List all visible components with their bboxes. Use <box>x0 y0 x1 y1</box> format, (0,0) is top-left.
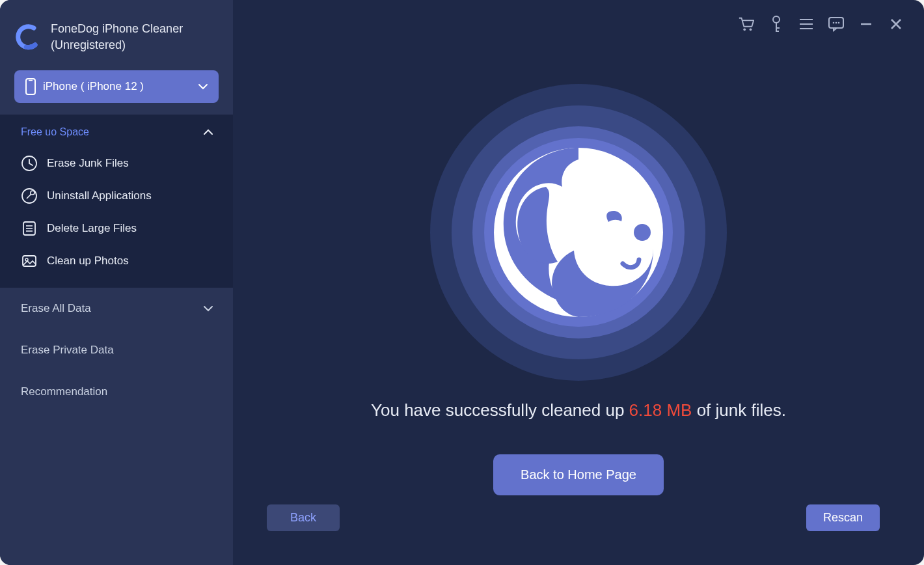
svg-point-22 <box>838 22 840 24</box>
section-free-up-space: Free uo Space Erase Junk Files <box>0 115 233 288</box>
app-title: FoneDog iPhone Cleaner (Unregistered) <box>51 21 183 53</box>
sidebar-item-label: Recommendation <box>21 385 213 398</box>
svg-point-31 <box>634 224 651 241</box>
content-center: You have successfully cleaned up 6.18 MB… <box>233 0 924 565</box>
sidebar-item-photos[interactable]: Clean up Photos <box>0 245 233 277</box>
menu-icon[interactable] <box>798 16 815 33</box>
success-suffix: of junk files. <box>692 400 786 420</box>
section-header-free-up-space[interactable]: Free uo Space <box>0 115 233 147</box>
sidebar-item-label: Erase Junk Files <box>47 157 129 170</box>
sidebar-item-large-files[interactable]: Delete Large Files <box>0 212 233 245</box>
sidebar-item-erase-all[interactable]: Erase All Data <box>0 288 233 329</box>
app-window: FoneDog iPhone Cleaner (Unregistered) iP… <box>0 0 924 565</box>
sidebar-item-erase-junk[interactable]: Erase Junk Files <box>0 147 233 180</box>
key-icon[interactable] <box>768 16 785 33</box>
phone-icon <box>25 78 36 95</box>
clock-icon <box>21 155 38 172</box>
chevron-up-icon <box>203 129 213 135</box>
device-label: iPhone ( iPhone 12 ) <box>43 80 191 93</box>
sidebar-item-label: Clean up Photos <box>47 255 129 268</box>
sidebar-item-label: Erase Private Data <box>21 344 213 357</box>
app-status: (Unregistered) <box>51 37 183 53</box>
device-selector[interactable]: iPhone ( iPhone 12 ) <box>14 70 219 103</box>
home-button[interactable]: Back to Home Page <box>493 454 664 495</box>
cart-icon[interactable] <box>738 16 755 33</box>
success-prefix: You have successfully cleaned up <box>371 400 629 420</box>
main-area: You have successfully cleaned up 6.18 MB… <box>233 0 924 565</box>
photo-icon <box>21 253 38 269</box>
wrench-icon <box>21 187 38 204</box>
section-title: Free uo Space <box>21 126 203 138</box>
svg-rect-8 <box>23 256 36 266</box>
dog-logo-icon <box>429 83 728 382</box>
titlebar <box>738 16 904 33</box>
app-logo-icon <box>16 24 42 50</box>
svg-rect-0 <box>26 79 35 94</box>
svg-point-10 <box>743 29 746 31</box>
back-button[interactable]: Back <box>267 504 340 531</box>
chevron-down-icon <box>198 83 208 90</box>
chevron-down-icon <box>203 305 213 312</box>
svg-point-20 <box>833 22 835 24</box>
sidebar-item-recommendation[interactable]: Recommendation <box>0 371 233 413</box>
app-name: FoneDog iPhone Cleaner <box>51 21 183 37</box>
footer-bar: Back Rescan <box>233 504 924 531</box>
sidebar-item-label: Uninstall Applications <box>47 189 152 202</box>
section-items: Erase Junk Files Uninstall Applications <box>0 147 233 288</box>
svg-point-21 <box>836 22 837 24</box>
svg-point-12 <box>773 16 780 23</box>
sidebar-header: FoneDog iPhone Cleaner (Unregistered) <box>0 13 233 66</box>
sidebar-item-uninstall[interactable]: Uninstall Applications <box>0 180 233 212</box>
rescan-button[interactable]: Rescan <box>806 504 880 531</box>
sidebar: FoneDog iPhone Cleaner (Unregistered) iP… <box>0 0 233 565</box>
feedback-icon[interactable] <box>828 16 845 33</box>
sidebar-item-erase-private[interactable]: Erase Private Data <box>0 329 233 371</box>
close-icon[interactable] <box>888 16 904 33</box>
minimize-icon[interactable] <box>858 16 875 33</box>
list-icon <box>21 220 38 237</box>
success-message: You have successfully cleaned up 6.18 MB… <box>371 400 786 420</box>
success-amount: 6.18 MB <box>629 400 692 420</box>
sidebar-item-label: Delete Large Files <box>47 222 137 235</box>
svg-point-11 <box>750 29 752 31</box>
sidebar-item-label: Erase All Data <box>21 302 203 315</box>
